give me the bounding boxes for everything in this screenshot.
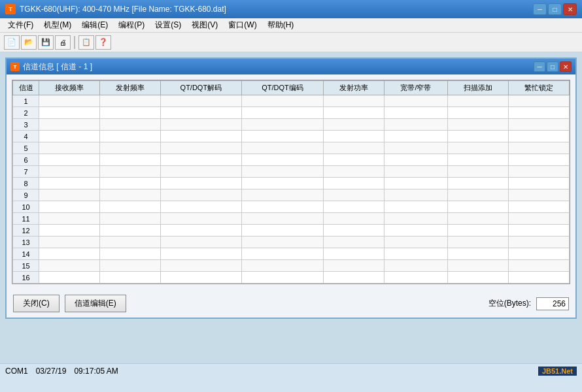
data-cell[interactable] — [242, 119, 324, 131]
data-cell[interactable] — [99, 95, 160, 107]
data-cell[interactable] — [99, 225, 160, 237]
data-cell[interactable] — [39, 201, 100, 213]
data-cell[interactable] — [99, 119, 160, 131]
data-cell[interactable] — [323, 166, 384, 178]
data-cell[interactable] — [384, 142, 448, 154]
data-cell[interactable] — [384, 178, 448, 189]
table-row[interactable]: 4 — [13, 131, 570, 142]
data-cell[interactable] — [242, 178, 324, 189]
menu-window[interactable]: 窗口(W) — [223, 18, 262, 32]
table-row[interactable]: 7 — [13, 166, 570, 178]
data-cell[interactable] — [384, 248, 448, 260]
data-cell[interactable] — [242, 201, 324, 213]
data-cell[interactable] — [99, 237, 160, 248]
maximize-button[interactable]: □ — [548, 3, 562, 15]
data-cell[interactable] — [160, 189, 242, 201]
data-cell[interactable] — [39, 166, 100, 178]
data-cell[interactable] — [448, 131, 509, 142]
data-cell[interactable] — [39, 189, 100, 201]
data-cell[interactable] — [242, 107, 324, 119]
data-cell[interactable] — [509, 119, 570, 131]
data-cell[interactable] — [323, 119, 384, 131]
data-cell[interactable] — [99, 272, 160, 284]
table-row[interactable]: 11 — [13, 213, 570, 225]
data-cell[interactable] — [509, 189, 570, 201]
data-cell[interactable] — [509, 142, 570, 154]
edit-channel-button[interactable]: 信道编辑(E) — [65, 295, 126, 312]
data-cell[interactable] — [160, 119, 242, 131]
data-cell[interactable] — [323, 189, 384, 201]
data-cell[interactable] — [39, 95, 100, 107]
data-cell[interactable] — [448, 260, 509, 272]
data-cell[interactable] — [384, 237, 448, 248]
data-cell[interactable] — [323, 142, 384, 154]
data-cell[interactable] — [323, 225, 384, 237]
data-cell[interactable] — [39, 131, 100, 142]
data-cell[interactable] — [509, 237, 570, 248]
data-cell[interactable] — [160, 178, 242, 189]
data-cell[interactable] — [242, 248, 324, 260]
data-cell[interactable] — [384, 201, 448, 213]
data-cell[interactable] — [160, 107, 242, 119]
data-cell[interactable] — [99, 142, 160, 154]
data-cell[interactable] — [448, 201, 509, 213]
data-cell[interactable] — [509, 107, 570, 119]
data-cell[interactable] — [99, 178, 160, 189]
data-cell[interactable] — [509, 272, 570, 284]
data-cell[interactable] — [242, 142, 324, 154]
data-cell[interactable] — [99, 189, 160, 201]
data-cell[interactable] — [448, 107, 509, 119]
data-cell[interactable] — [160, 248, 242, 260]
data-cell[interactable] — [242, 237, 324, 248]
data-cell[interactable] — [160, 225, 242, 237]
data-cell[interactable] — [448, 225, 509, 237]
data-cell[interactable] — [384, 189, 448, 201]
menu-view[interactable]: 视图(V) — [186, 18, 223, 32]
data-cell[interactable] — [39, 213, 100, 225]
data-cell[interactable] — [323, 272, 384, 284]
data-cell[interactable] — [160, 272, 242, 284]
table-row[interactable]: 14 — [13, 248, 570, 260]
data-cell[interactable] — [509, 201, 570, 213]
data-cell[interactable] — [39, 248, 100, 260]
table-row[interactable]: 6 — [13, 154, 570, 166]
data-cell[interactable] — [448, 248, 509, 260]
data-cell[interactable] — [160, 213, 242, 225]
menu-file[interactable]: 文件(F) — [3, 18, 39, 32]
data-cell[interactable] — [448, 142, 509, 154]
data-cell[interactable] — [448, 95, 509, 107]
data-cell[interactable] — [384, 131, 448, 142]
table-row[interactable]: 16 — [13, 272, 570, 284]
data-cell[interactable] — [384, 95, 448, 107]
data-cell[interactable] — [242, 166, 324, 178]
data-cell[interactable] — [509, 225, 570, 237]
data-cell[interactable] — [448, 189, 509, 201]
data-cell[interactable] — [242, 154, 324, 166]
table-row[interactable]: 9 — [13, 189, 570, 201]
data-cell[interactable] — [323, 248, 384, 260]
data-cell[interactable] — [39, 119, 100, 131]
data-cell[interactable] — [384, 260, 448, 272]
data-cell[interactable] — [448, 119, 509, 131]
table-row[interactable]: 12 — [13, 225, 570, 237]
data-cell[interactable] — [384, 154, 448, 166]
menu-model[interactable]: 机型(M) — [39, 18, 77, 32]
data-cell[interactable] — [509, 154, 570, 166]
data-cell[interactable] — [39, 237, 100, 248]
data-cell[interactable] — [323, 201, 384, 213]
data-cell[interactable] — [39, 225, 100, 237]
data-cell[interactable] — [384, 225, 448, 237]
data-cell[interactable] — [384, 166, 448, 178]
data-cell[interactable] — [509, 178, 570, 189]
data-cell[interactable] — [448, 272, 509, 284]
data-cell[interactable] — [99, 213, 160, 225]
data-cell[interactable] — [323, 178, 384, 189]
data-cell[interactable] — [242, 225, 324, 237]
data-cell[interactable] — [160, 131, 242, 142]
data-cell[interactable] — [509, 213, 570, 225]
close-button[interactable]: ✕ — [563, 3, 577, 15]
data-cell[interactable] — [99, 201, 160, 213]
table-row[interactable]: 3 — [13, 119, 570, 131]
bytes-input[interactable] — [536, 297, 569, 310]
data-cell[interactable] — [160, 95, 242, 107]
